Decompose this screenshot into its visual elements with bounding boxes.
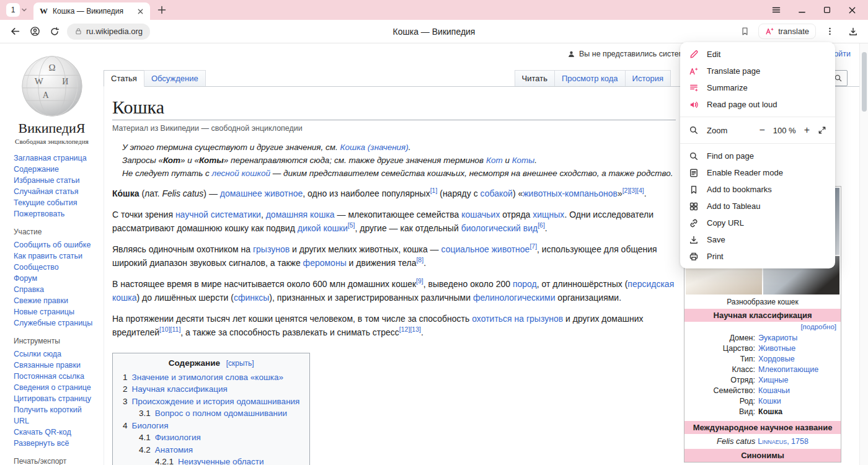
- sidebar-link[interactable]: Форум: [14, 273, 99, 284]
- toc-list: 1Значение и этимология слова «кошка»2Нау…: [123, 371, 299, 465]
- menu-item-label: Translate page: [707, 66, 760, 76]
- sidebar-link[interactable]: Пожертвовать: [14, 208, 99, 219]
- wiki-tab[interactable]: Статья: [104, 70, 144, 87]
- sidebar-link[interactable]: Случайная статья: [14, 186, 99, 197]
- toc-item[interactable]: 3.1Вопрос о полном одомашнивании: [123, 407, 299, 420]
- menu-item[interactable]: Enable Reader mode: [680, 164, 835, 181]
- details-link[interactable]: [подробно]: [800, 323, 836, 330]
- authority-link[interactable]: Linnaeus, 1758: [758, 437, 808, 446]
- back-icon[interactable]: [5, 22, 25, 42]
- maximize-icon[interactable]: [823, 6, 831, 14]
- article-paragraph: На протяжении десяти тысяч лет кошки цен…: [112, 312, 676, 340]
- signin-notice-text: Вы не представились системе: [579, 50, 688, 58]
- download-icon[interactable]: [843, 22, 863, 42]
- bookmark-flag-icon[interactable]: [735, 22, 755, 42]
- menu-item-label: Enable Reader mode: [707, 168, 783, 177]
- menu-item[interactable]: Add to bookmarks: [680, 181, 835, 198]
- wiki-tab[interactable]: Просмотр кода: [554, 70, 626, 86]
- taxonomy-row: Класс:Млекопитающие: [688, 365, 837, 375]
- menu-item[interactable]: Read page out loud: [680, 96, 835, 113]
- link-icon: [689, 218, 699, 228]
- wiki-tab[interactable]: Обсуждение: [144, 70, 206, 86]
- sidebar-heading-print: Печать/экспорт: [14, 457, 99, 465]
- summarize-icon: [689, 83, 699, 93]
- sidebar-link[interactable]: Содержание: [14, 164, 99, 175]
- browser-tab[interactable]: W Кошка — Википедия: [33, 2, 150, 20]
- wikipedia-logo[interactable]: Ω W И А ВикипедиЯ Свободная энциклопедия: [0, 55, 104, 145]
- kebab-menu-icon[interactable]: [820, 22, 839, 42]
- toc-item[interactable]: 4.1Физиология: [123, 432, 299, 444]
- zoom-in-button[interactable]: +: [804, 125, 810, 136]
- sidebar-link[interactable]: Служебные страницы: [14, 317, 99, 329]
- browser-menu-icon[interactable]: [771, 5, 781, 15]
- refresh-icon[interactable]: [45, 22, 64, 42]
- menu-item-label: Edit: [707, 50, 720, 59]
- tab-close-icon[interactable]: [137, 8, 144, 15]
- sidebar-link[interactable]: Заглавная страница: [14, 153, 99, 164]
- sidebar-link[interactable]: Новые страницы: [14, 306, 99, 317]
- sidebar-link[interactable]: Развернуть всё: [14, 438, 99, 449]
- toc-item[interactable]: 4Биология: [123, 420, 299, 432]
- tab-counter-button[interactable]: 1: [6, 3, 20, 17]
- fullscreen-icon[interactable]: [818, 126, 826, 135]
- sidebar-link[interactable]: Ссылки сюда: [14, 348, 99, 360]
- close-icon[interactable]: [848, 6, 857, 15]
- toc-item[interactable]: 1Значение и этимология слова «кошка»: [123, 371, 299, 384]
- translate-button[interactable]: translate: [758, 24, 816, 39]
- sidebar-link[interactable]: Постоянная ссылка: [14, 371, 99, 382]
- sidebar-link[interactable]: Сообщество: [14, 262, 99, 273]
- article-paragraph: Являясь одиночным охотником на грызунов …: [112, 242, 676, 270]
- menu-item[interactable]: Find on page: [680, 148, 835, 164]
- menu-item[interactable]: Print: [680, 248, 835, 265]
- toc-hide-toggle[interactable]: [скрыть]: [226, 359, 254, 368]
- window-controls: [771, 5, 864, 15]
- page-scrollbar[interactable]: [859, 43, 868, 465]
- sidebar-link[interactable]: Как править статьи: [14, 250, 99, 262]
- lock-icon: [74, 27, 82, 35]
- tableau-icon: [689, 202, 699, 211]
- menu-item[interactable]: Copy URL: [680, 215, 835, 231]
- browser-toolbar: ru.wikipedia.org Кошка — Википедия trans…: [0, 20, 868, 43]
- chevron-down-icon[interactable]: [21, 7, 27, 13]
- sidebar-link[interactable]: Получить короткий URL: [14, 404, 99, 427]
- menu-item[interactable]: Summarize: [680, 79, 835, 96]
- menu-item-label: Find on page: [707, 151, 754, 161]
- browser-menu-dropdown: Edit Translate page Summarize Read page …: [680, 42, 835, 268]
- svg-text:А: А: [42, 91, 48, 100]
- minimize-icon[interactable]: [797, 6, 807, 15]
- taxonomy-table: Домен:Эукариоты Царство:Животные Тип:Хор…: [684, 332, 841, 421]
- zoom-out-button[interactable]: −: [759, 125, 764, 136]
- sidebar-link[interactable]: Скачать QR-код: [14, 427, 99, 438]
- sidebar-link[interactable]: Текущие события: [14, 197, 99, 208]
- address-bar[interactable]: ru.wikipedia.org: [67, 24, 150, 40]
- hatnotes: У этого термина существуют и другие знач…: [112, 141, 676, 180]
- sidebar-link[interactable]: Сообщить об ошибке: [14, 239, 99, 250]
- table-of-contents: Содержание [скрыть] 1Значение и этимолог…: [112, 353, 310, 465]
- wiki-sidebar: Ω W И А ВикипедиЯ Свободная энциклопедия…: [0, 43, 104, 465]
- toc-item[interactable]: 4.2Анатомия: [123, 444, 299, 456]
- signin-notice: Вы не представились системе: [567, 50, 688, 58]
- wiki-tab[interactable]: Читать: [515, 70, 555, 86]
- taxonomy-row: Домен:Эукариоты: [688, 333, 837, 343]
- sidebar-link[interactable]: Избранные статьи: [14, 175, 99, 186]
- classification-header: Научная классификация: [684, 309, 841, 322]
- menu-item[interactable]: Save: [680, 231, 835, 248]
- menu-item[interactable]: Edit: [680, 46, 835, 63]
- sidebar-link[interactable]: Свежие правки: [14, 295, 99, 306]
- sidebar-link[interactable]: Цитировать страницу: [14, 393, 99, 404]
- sidebar-link[interactable]: Справка: [14, 284, 99, 295]
- scrollbar-thumb[interactable]: [862, 52, 867, 112]
- wiki-tab[interactable]: История: [625, 70, 671, 86]
- toc-item[interactable]: 2Научная классификация: [123, 383, 299, 396]
- sidebar-link[interactable]: Сведения о странице: [14, 382, 99, 393]
- sidebar-link[interactable]: Связанные правки: [14, 360, 99, 371]
- bookmark-icon: [689, 185, 699, 195]
- menu-secondary-group: Find on page Enable Reader mode Add to b…: [680, 148, 835, 265]
- wikipedia-wordmark: ВикипедиЯ: [0, 120, 104, 136]
- toc-item[interactable]: 4.2.1Неизученные области: [123, 456, 299, 465]
- new-tab-button[interactable]: [157, 6, 166, 14]
- menu-item[interactable]: Add to Tableau: [680, 198, 835, 215]
- toc-item[interactable]: 3Происхождение и история одомашнивания: [123, 396, 299, 408]
- menu-item[interactable]: Translate page: [680, 63, 835, 79]
- profile-icon[interactable]: [25, 22, 45, 42]
